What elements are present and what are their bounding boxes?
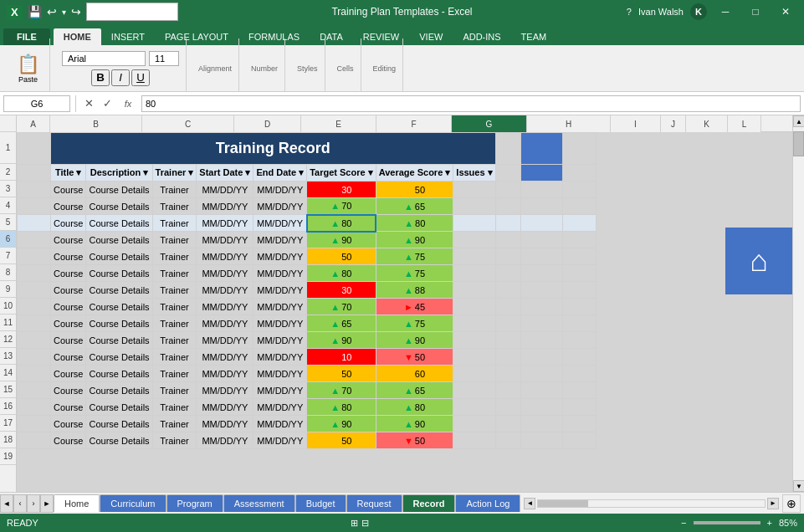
cell-a11[interactable] <box>18 315 51 332</box>
cell-k4[interactable] <box>520 198 562 215</box>
cell-issues-18[interactable] <box>453 432 495 449</box>
cell-target-4[interactable]: ▲70 <box>307 198 376 215</box>
cell-l2[interactable] <box>562 165 596 182</box>
cell-k16[interactable] <box>520 399 562 416</box>
cell-title-header[interactable]: Title ▾ <box>51 165 86 182</box>
cell-target-7[interactable]: ►50 <box>307 248 376 265</box>
cell-title-7[interactable]: Course <box>51 248 86 265</box>
cell-title-4[interactable]: Course <box>51 198 86 215</box>
cell-j2[interactable] <box>495 165 520 182</box>
cell-issues-header[interactable]: Issues ▾ <box>453 165 495 182</box>
h-scroll-btn-left[interactable]: ◄ <box>524 498 535 509</box>
cell-target-13[interactable]: ▼10 <box>307 349 376 366</box>
cell-a9[interactable] <box>18 282 51 299</box>
cell-issues-17[interactable] <box>453 416 495 432</box>
cell-avg-18[interactable]: ▼50 <box>376 432 453 449</box>
cell-target-18[interactable]: ►50 <box>307 432 376 449</box>
scroll-up-btn[interactable]: ▲ <box>793 115 804 127</box>
bold-btn[interactable]: B <box>91 69 110 86</box>
cell-issues-10[interactable] <box>453 299 495 315</box>
cell-j14[interactable] <box>495 366 520 382</box>
scroll-thumb[interactable] <box>793 131 804 156</box>
cell-k17[interactable] <box>520 416 562 432</box>
cell-l16[interactable] <box>562 399 596 416</box>
cell-l7[interactable] <box>562 248 596 265</box>
cell-a6[interactable] <box>18 232 51 248</box>
add-sheet-btn[interactable]: ⊕ <box>782 494 801 513</box>
cell-issues-9[interactable] <box>453 282 495 299</box>
cell-j3[interactable] <box>495 182 520 198</box>
cell-issues-12[interactable] <box>453 332 495 349</box>
cell-a18[interactable] <box>18 432 51 449</box>
cell-issues-3[interactable] <box>453 182 495 198</box>
cell-target-3[interactable]: ▼30 <box>307 182 376 198</box>
cell-l12[interactable] <box>562 332 596 349</box>
tab-team[interactable]: TEAM <box>511 28 557 45</box>
cell-trainer-9[interactable]: Trainer <box>152 282 197 299</box>
cell-end-13[interactable]: MM/DD/YY <box>253 349 307 366</box>
zoom-slider[interactable] <box>694 521 760 524</box>
cell-title-10[interactable]: Course <box>51 299 86 315</box>
quick-save-icon[interactable]: 💾 <box>28 5 42 18</box>
cell-l11[interactable] <box>562 315 596 332</box>
cell-target-11[interactable]: ▲65 <box>307 315 376 332</box>
cell-a7[interactable] <box>18 248 51 265</box>
cell-j17[interactable] <box>495 416 520 432</box>
cell-l5[interactable] <box>562 215 596 232</box>
cell-start-8[interactable]: MM/DD/YY <box>197 265 253 282</box>
cell-desc-16[interactable]: Course Details <box>86 399 152 416</box>
cell-desc-18[interactable]: Course Details <box>86 432 152 449</box>
sheet-tab-request[interactable]: Request <box>346 494 402 512</box>
cell-k15[interactable] <box>520 382 562 399</box>
cell-target-9[interactable]: ▼30 <box>307 282 376 299</box>
font-family-input[interactable]: Arial <box>62 51 146 66</box>
cell-avg-10[interactable]: ►45 <box>376 299 453 315</box>
cell-desc-4[interactable]: Course Details <box>86 198 152 215</box>
cell-start-4[interactable]: MM/DD/YY <box>197 198 253 215</box>
cell-avg-4[interactable]: ▲65 <box>376 198 453 215</box>
cell-desc-10[interactable]: Course Details <box>86 299 152 315</box>
cell-issues-13[interactable] <box>453 349 495 366</box>
cell-a3[interactable] <box>18 182 51 198</box>
cell-issues-5[interactable] <box>453 215 495 232</box>
cell-issues-8[interactable] <box>453 265 495 282</box>
cell-k11[interactable] <box>520 315 562 332</box>
tab-nav-prev2[interactable]: ‹ <box>13 494 27 513</box>
cell-end-10[interactable]: MM/DD/YY <box>253 299 307 315</box>
sheet-tab-actionlog[interactable]: Action Log <box>455 494 520 512</box>
cell-a16[interactable] <box>18 399 51 416</box>
cell-start-14[interactable]: MM/DD/YY <box>197 366 253 382</box>
sheet-tab-home[interactable]: Home <box>54 494 100 512</box>
undo-icon[interactable]: ↩ <box>47 5 57 18</box>
zoom-out-btn[interactable]: − <box>681 518 686 528</box>
cell-j10[interactable] <box>495 299 520 315</box>
cell-target-16[interactable]: ▲80 <box>307 399 376 416</box>
cell-avg-13[interactable]: ▼50 <box>376 349 453 366</box>
cell-end-16[interactable]: MM/DD/YY <box>253 399 307 416</box>
cell-trainer-7[interactable]: Trainer <box>152 248 197 265</box>
cell-issues-7[interactable] <box>453 248 495 265</box>
cell-l10[interactable] <box>562 299 596 315</box>
cell-l3[interactable] <box>562 182 596 198</box>
cell-j1[interactable] <box>495 133 520 165</box>
cell-trainer-11[interactable]: Trainer <box>152 315 197 332</box>
cell-end-12[interactable]: MM/DD/YY <box>253 332 307 349</box>
cell-title-15[interactable]: Course <box>51 382 86 399</box>
h-scroll-btn-right[interactable]: ► <box>767 498 779 509</box>
cell-end-9[interactable]: MM/DD/YY <box>253 282 307 299</box>
cell-issues-4[interactable] <box>453 198 495 215</box>
cell-desc-3[interactable]: Course Details <box>86 182 152 198</box>
cell-l18[interactable] <box>562 432 596 449</box>
cell-j9[interactable] <box>495 282 520 299</box>
cell-a17[interactable] <box>18 416 51 432</box>
cell-k2[interactable] <box>520 165 562 182</box>
redo-icon[interactable]: ↪ <box>71 5 81 18</box>
cell-k14[interactable] <box>520 366 562 382</box>
cell-target-15[interactable]: ▲70 <box>307 382 376 399</box>
cell-j5[interactable] <box>495 215 520 232</box>
cell-trainer-17[interactable]: Trainer <box>152 416 197 432</box>
cell-issues-14[interactable] <box>453 366 495 382</box>
cell-end-3[interactable]: MM/DD/YY <box>253 182 307 198</box>
cell-j16[interactable] <box>495 399 520 416</box>
cell-j12[interactable] <box>495 332 520 349</box>
